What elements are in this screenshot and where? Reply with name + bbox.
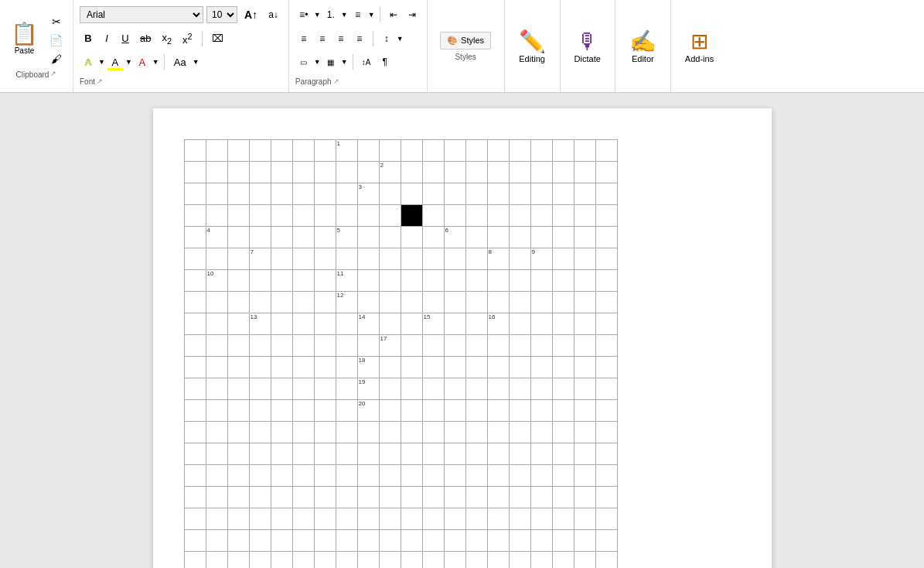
line-spacing-button[interactable]: ↕ bbox=[378, 30, 395, 47]
cell bbox=[314, 530, 336, 552]
para-expand[interactable]: ↗ bbox=[333, 77, 339, 85]
cell bbox=[444, 530, 465, 552]
cell: 11 bbox=[336, 270, 357, 292]
cell bbox=[184, 422, 206, 443]
cell bbox=[336, 378, 357, 400]
cell bbox=[401, 248, 422, 270]
cell bbox=[444, 205, 465, 227]
cell bbox=[444, 248, 465, 270]
cell bbox=[422, 378, 444, 400]
addins-button[interactable]: ⊞ Add-ins bbox=[677, 26, 721, 67]
cell bbox=[574, 313, 595, 335]
cell bbox=[552, 400, 574, 422]
clipboard-group: 📋 Paste ✂ 📄 🖌 Clipboard ↗ bbox=[0, 0, 73, 92]
borders-button[interactable]: ▦ bbox=[322, 53, 339, 70]
font-size-increase-button[interactable]: A↑ bbox=[240, 6, 261, 23]
cell-number: 3 bbox=[359, 184, 362, 190]
cell bbox=[379, 313, 401, 335]
paste-button[interactable]: 📋 Paste bbox=[6, 13, 43, 62]
copy-button[interactable]: 📄 bbox=[46, 32, 66, 49]
font-size-decrease-button[interactable]: a↓ bbox=[264, 6, 282, 23]
editor-group: ✍ Editor bbox=[615, 0, 671, 92]
font-color-button[interactable]: A bbox=[134, 53, 151, 70]
text-effects-button[interactable]: A bbox=[80, 53, 97, 70]
dictate-label: Dictate bbox=[575, 54, 601, 63]
sort-button[interactable]: ↕A bbox=[358, 53, 375, 70]
decrease-indent-button[interactable]: ⇤ bbox=[385, 6, 402, 23]
subscript-button[interactable]: x2 bbox=[157, 30, 176, 47]
numbering-button[interactable]: 1. bbox=[322, 6, 339, 23]
multilevel-list-button[interactable]: ≡ bbox=[349, 6, 367, 23]
cell bbox=[552, 443, 574, 465]
cell bbox=[422, 292, 444, 313]
dictate-button[interactable]: 🎙 Dictate bbox=[567, 26, 609, 67]
justify-button[interactable]: ≡ bbox=[351, 30, 368, 47]
cell bbox=[314, 443, 336, 465]
editing-button[interactable]: ✏️ Editing bbox=[511, 26, 554, 67]
cell bbox=[249, 183, 271, 205]
cell bbox=[206, 162, 227, 183]
cell bbox=[249, 508, 271, 530]
change-case-button[interactable]: Aa bbox=[169, 53, 191, 70]
cell bbox=[249, 530, 271, 552]
align-left-button[interactable]: ≡ bbox=[295, 30, 312, 47]
cell bbox=[530, 378, 552, 400]
font-name-select[interactable]: Arial bbox=[80, 6, 203, 23]
cell-number: 6 bbox=[445, 228, 448, 234]
align-center-button[interactable]: ≡ bbox=[314, 30, 331, 47]
cell bbox=[227, 487, 249, 508]
align-right-button[interactable]: ≡ bbox=[332, 30, 349, 47]
editing-label: Editing bbox=[519, 54, 545, 63]
cell bbox=[595, 313, 617, 335]
cell bbox=[227, 552, 249, 569]
bullets-button[interactable]: ≡• bbox=[295, 6, 312, 23]
cell bbox=[574, 183, 595, 205]
font-expand[interactable]: ↗ bbox=[97, 77, 103, 85]
document-page[interactable]: 1234567891011121314151617181920 Across 1… bbox=[153, 108, 772, 568]
cell bbox=[401, 292, 422, 313]
editor-button[interactable]: ✍ Editor bbox=[622, 26, 664, 67]
cell: 9 bbox=[530, 248, 552, 270]
strikethrough-button[interactable]: ab bbox=[135, 30, 155, 47]
cell bbox=[184, 313, 206, 335]
cell bbox=[249, 162, 271, 183]
cell bbox=[530, 422, 552, 443]
underline-button[interactable]: U bbox=[117, 30, 134, 47]
sep3 bbox=[380, 7, 380, 22]
pilcrow-button[interactable]: ¶ bbox=[377, 53, 394, 70]
clipboard-expand[interactable]: ↗ bbox=[50, 70, 56, 77]
cell-number: 9 bbox=[532, 249, 535, 255]
cell-number: 14 bbox=[359, 314, 366, 320]
cell bbox=[271, 443, 292, 465]
cell bbox=[206, 465, 227, 487]
cell bbox=[444, 183, 465, 205]
font-size-select[interactable]: 10 bbox=[206, 6, 237, 23]
cell bbox=[206, 552, 227, 569]
sep5 bbox=[353, 54, 353, 70]
superscript-button[interactable]: x2 bbox=[178, 30, 197, 47]
styles-button[interactable]: 🎨 Styles bbox=[440, 32, 491, 50]
addins-icon: ⊞ bbox=[690, 29, 708, 54]
cell bbox=[357, 552, 379, 569]
crossword-container: 1234567891011121314151617181920 Across 1… bbox=[184, 139, 657, 568]
cell bbox=[552, 313, 574, 335]
cell bbox=[595, 508, 617, 530]
cell bbox=[227, 205, 249, 227]
editor-label: Editor bbox=[632, 54, 654, 63]
italic-button[interactable]: I bbox=[98, 30, 115, 47]
cell-number: 1 bbox=[337, 141, 340, 147]
cell bbox=[357, 227, 379, 248]
cell bbox=[292, 443, 314, 465]
format-painter-button[interactable]: 🖌 bbox=[46, 50, 66, 67]
cell bbox=[422, 443, 444, 465]
cell: 4 bbox=[206, 227, 227, 248]
cut-button[interactable]: ✂ bbox=[46, 13, 66, 30]
clear-formatting-button[interactable]: ⌧ bbox=[207, 30, 228, 47]
shading-button[interactable]: ▭ bbox=[295, 53, 312, 70]
highlight-button[interactable]: A bbox=[107, 53, 124, 70]
increase-indent-button[interactable]: ⇥ bbox=[404, 6, 421, 23]
cell bbox=[292, 183, 314, 205]
cell bbox=[314, 335, 336, 357]
bold-button[interactable]: B bbox=[80, 30, 97, 47]
cell bbox=[184, 162, 206, 183]
